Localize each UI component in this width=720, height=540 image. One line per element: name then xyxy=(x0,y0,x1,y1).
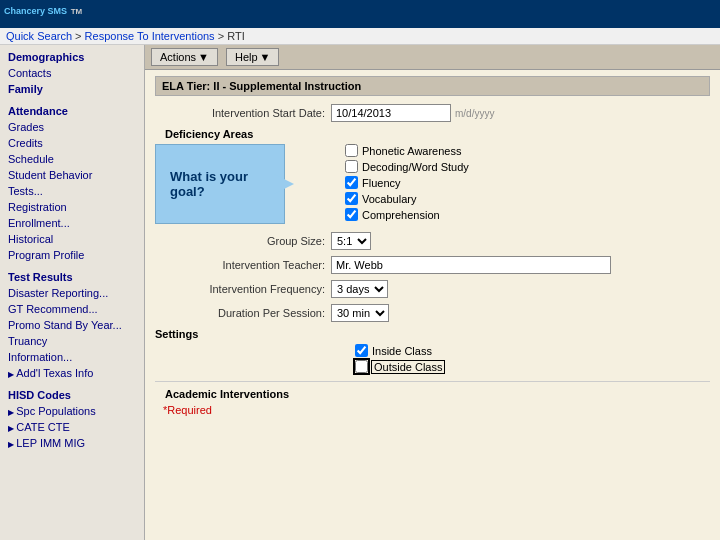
app-logo: Chancery SMS TM xyxy=(4,6,82,22)
sidebar-item-credits[interactable]: Credits xyxy=(0,135,144,151)
group-size-label: Group Size: xyxy=(155,235,325,247)
checkbox-vocabulary-input[interactable] xyxy=(345,192,358,205)
sidebar-item-enrollment[interactable]: Enrollment... xyxy=(0,215,144,231)
checkbox-comprehension-label: Comprehension xyxy=(362,209,440,221)
sidebar-item-tests[interactable]: Tests... xyxy=(0,183,144,199)
top-bar: Chancery SMS TM xyxy=(0,0,720,28)
checkbox-phonetic-label: Phonetic Awareness xyxy=(362,145,461,157)
settings-outside-class: Outside Class xyxy=(355,360,710,373)
sidebar-item-truancy[interactable]: Truancy xyxy=(0,333,144,349)
group-size-row: Group Size: 5:1 1:1 2:1 3:1 4:1 6:1 xyxy=(155,232,710,250)
sidebar-item-family[interactable]: Family xyxy=(0,81,144,97)
app-name: Chancery SMS xyxy=(4,6,67,16)
teacher-label: Intervention Teacher: xyxy=(155,259,325,271)
tooltip-text: What is your goal? xyxy=(170,169,270,199)
help-button[interactable]: Help ▼ xyxy=(226,48,280,66)
checkbox-fluency: Fluency xyxy=(345,176,469,189)
start-date-input[interactable] xyxy=(331,104,451,122)
sidebar-item-schedule[interactable]: Schedule xyxy=(0,151,144,167)
teacher-input[interactable] xyxy=(331,256,611,274)
frequency-row: Intervention Frequency: 3 days 1 day 2 d… xyxy=(155,280,710,298)
teacher-row: Intervention Teacher: xyxy=(155,256,710,274)
checkbox-phonetic: Phonetic Awareness xyxy=(345,144,469,157)
sidebar-item-disaster-reporting[interactable]: Disaster Reporting... xyxy=(0,285,144,301)
sidebar-item-student-behavior[interactable]: Student Behavior xyxy=(0,167,144,183)
app-trademark: TM xyxy=(71,7,83,16)
action-bar: Actions ▼ Help ▼ xyxy=(145,45,720,70)
checkbox-vocabulary-label: Vocabulary xyxy=(362,193,416,205)
actions-label: Actions xyxy=(160,51,196,63)
academic-interventions-title: Academic Interventions xyxy=(155,381,710,400)
content-area: Actions ▼ Help ▼ ELA Tier: II - Suppleme… xyxy=(145,45,720,540)
checkbox-decoding: Decoding/Word Study xyxy=(345,160,469,173)
group-size-select[interactable]: 5:1 1:1 2:1 3:1 4:1 6:1 xyxy=(331,232,371,250)
sidebar-item-spc-populations[interactable]: Spc Populations xyxy=(0,403,144,419)
actions-dropdown-icon: ▼ xyxy=(198,51,209,63)
checkbox-decoding-input[interactable] xyxy=(345,160,358,173)
sidebar-item-attendance[interactable]: Attendance xyxy=(0,103,144,119)
inside-class-checkbox[interactable] xyxy=(355,344,368,357)
sidebar-item-promo-stand[interactable]: Promo Stand By Year... xyxy=(0,317,144,333)
settings-title: Settings xyxy=(155,328,710,340)
section-title: ELA Tier: II - Supplemental Instruction xyxy=(155,76,710,96)
sidebar-item-test-results[interactable]: Test Results xyxy=(0,269,144,285)
outside-class-checkbox[interactable] xyxy=(355,360,368,373)
duration-select[interactable]: 30 min 15 min 45 min 60 min xyxy=(331,304,389,322)
breadcrumb-quicksearch[interactable]: Quick Search xyxy=(6,30,72,42)
required-note: *Required xyxy=(155,400,710,420)
sidebar-item-grades[interactable]: Grades xyxy=(0,119,144,135)
sidebar-item-cate-cte[interactable]: CATE CTE xyxy=(0,419,144,435)
settings-section: Settings Inside Class Outside Class xyxy=(155,328,710,373)
start-date-row: Intervention Start Date: m/d/yyyy xyxy=(155,104,710,122)
checkbox-fluency-label: Fluency xyxy=(362,177,401,189)
tooltip-box: What is your goal? xyxy=(155,144,285,224)
settings-inside-class: Inside Class xyxy=(355,344,710,357)
sidebar-item-registration[interactable]: Registration xyxy=(0,199,144,215)
deficiency-title: Deficiency Areas xyxy=(155,128,710,140)
breadcrumb-rti-main[interactable]: Response To Interventions xyxy=(85,30,215,42)
checkbox-list: Phonetic Awareness Decoding/Word Study F… xyxy=(305,144,469,224)
actions-button[interactable]: Actions ▼ xyxy=(151,48,218,66)
sidebar-item-demographics[interactable]: Demographics xyxy=(0,49,144,65)
sidebar-item-program-profile[interactable]: Program Profile xyxy=(0,247,144,263)
help-label: Help xyxy=(235,51,258,63)
breadcrumb: Quick Search > Response To Interventions… xyxy=(0,28,720,45)
checkbox-comprehension-input[interactable] xyxy=(345,208,358,221)
sidebar-item-lep-imm-mig[interactable]: LEP IMM MIG xyxy=(0,435,144,451)
help-dropdown-icon: ▼ xyxy=(260,51,271,63)
sidebar-item-add-texas-info[interactable]: Add'l Texas Info xyxy=(0,365,144,381)
duration-label: Duration Per Session: xyxy=(155,307,325,319)
inside-class-label: Inside Class xyxy=(372,345,432,357)
sidebar-item-contacts[interactable]: Contacts xyxy=(0,65,144,81)
sidebar: Demographics Contacts Family Attendance … xyxy=(0,45,145,540)
checkbox-vocabulary: Vocabulary xyxy=(345,192,469,205)
sidebar-item-information[interactable]: Information... xyxy=(0,349,144,365)
start-date-label: Intervention Start Date: xyxy=(155,107,325,119)
sidebar-item-historical[interactable]: Historical xyxy=(0,231,144,247)
checkbox-phonetic-input[interactable] xyxy=(345,144,358,157)
duration-row: Duration Per Session: 30 min 15 min 45 m… xyxy=(155,304,710,322)
checkbox-fluency-input[interactable] xyxy=(345,176,358,189)
checkbox-comprehension: Comprehension xyxy=(345,208,469,221)
outside-class-label: Outside Class xyxy=(372,361,444,373)
form-area: ELA Tier: II - Supplemental Instruction … xyxy=(145,70,720,426)
deficiency-layout: What is your goal? Phonetic Awareness De… xyxy=(155,144,710,224)
sidebar-item-hisd-codes[interactable]: HISD Codes xyxy=(0,387,144,403)
deficiency-section: Deficiency Areas What is your goal? Phon… xyxy=(155,128,710,224)
frequency-label: Intervention Frequency: xyxy=(155,283,325,295)
breadcrumb-current: RTI xyxy=(227,30,245,42)
main-layout: Demographics Contacts Family Attendance … xyxy=(0,45,720,540)
checkbox-decoding-label: Decoding/Word Study xyxy=(362,161,469,173)
sidebar-item-gt-recommend[interactable]: GT Recommend... xyxy=(0,301,144,317)
frequency-select[interactable]: 3 days 1 day 2 days 4 days 5 days xyxy=(331,280,388,298)
settings-checkboxes: Inside Class Outside Class xyxy=(155,344,710,373)
date-hint: m/d/yyyy xyxy=(455,108,494,119)
